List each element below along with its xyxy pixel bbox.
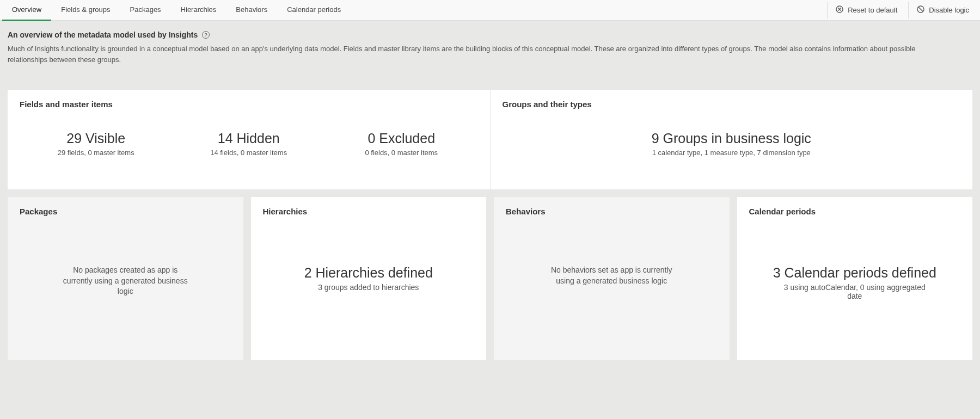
calendar-stat-main: 3 Calendar periods defined xyxy=(773,265,936,281)
stat-hidden: 14 Hidden 14 fields, 0 master items xyxy=(173,131,326,157)
hierarchies-stat-sub: 3 groups added to hierarchies xyxy=(318,283,419,292)
disable-label: Disable logic xyxy=(929,6,969,14)
overview-description-text: Much of Insights functionality is ground… xyxy=(8,44,955,65)
tab-packages[interactable]: Packages xyxy=(120,0,171,21)
fields-master-items-section: Fields and master items 29 Visible 29 fi… xyxy=(8,90,490,189)
tab-fields-groups[interactable]: Fields & groups xyxy=(51,0,120,21)
reset-to-default-button[interactable]: Reset to default xyxy=(827,2,898,19)
behaviors-card[interactable]: Behaviors No behaviors set as app is cur… xyxy=(494,197,730,360)
disable-icon xyxy=(916,5,925,15)
calendar-card-title: Calendar periods xyxy=(749,207,961,216)
packages-empty-text: No packages created as app is currently … xyxy=(60,265,191,297)
behaviors-empty-text: No behaviors set as app is currently usi… xyxy=(546,265,677,286)
top-summary-card: Fields and master items 29 Visible 29 fi… xyxy=(8,90,972,189)
bottom-cards-row: Packages No packages created as app is c… xyxy=(8,197,972,360)
calendar-card-body: 3 Calendar periods defined 3 using autoC… xyxy=(749,238,961,300)
overview-title-text: An overview of the metadata model used b… xyxy=(8,30,198,39)
groups-types-section: Groups and their types 9 Groups in busin… xyxy=(490,90,973,189)
disable-logic-button[interactable]: Disable logic xyxy=(908,2,970,19)
tab-behaviors[interactable]: Behaviors xyxy=(226,0,277,21)
packages-card[interactable]: Packages No packages created as app is c… xyxy=(8,197,243,360)
packages-card-body: No packages created as app is currently … xyxy=(20,238,231,297)
tab-overview[interactable]: Overview xyxy=(2,0,51,21)
stat-visible: 29 Visible 29 fields, 0 master items xyxy=(20,131,173,157)
groups-stat-sub: 1 calendar type, 1 measure type, 7 dimen… xyxy=(503,149,961,157)
behaviors-card-body: No behaviors set as app is currently usi… xyxy=(506,238,718,286)
hierarchies-card[interactable]: Hierarchies 2 Hierarchies defined 3 grou… xyxy=(251,197,487,360)
tab-calendar-periods[interactable]: Calendar periods xyxy=(277,0,351,21)
reset-icon xyxy=(835,5,844,15)
stat-excluded-main: 0 Excluded xyxy=(325,131,478,146)
main-content: Fields and master items 29 Visible 29 fi… xyxy=(0,70,980,368)
groups-stat: 9 Groups in business logic 1 calendar ty… xyxy=(503,131,961,157)
hierarchies-card-body: 2 Hierarchies defined 3 groups added to … xyxy=(263,238,475,292)
fields-stats-row: 29 Visible 29 fields, 0 master items 14 … xyxy=(20,131,478,157)
help-icon[interactable]: ? xyxy=(202,31,210,39)
tab-actions: Reset to default Disable logic xyxy=(827,2,978,19)
overview-title-row: An overview of the metadata model used b… xyxy=(8,30,972,39)
stat-hidden-main: 14 Hidden xyxy=(173,131,326,146)
tab-bar: Overview Fields & groups Packages Hierar… xyxy=(0,0,980,21)
fields-section-title: Fields and master items xyxy=(20,100,478,109)
calendar-stat-sub: 3 using autoCalendar, 0 using aggregated… xyxy=(784,283,926,300)
hierarchies-stat-main: 2 Hierarchies defined xyxy=(304,265,433,281)
calendar-periods-card[interactable]: Calendar periods 3 Calendar periods defi… xyxy=(737,197,973,360)
stat-visible-sub: 29 fields, 0 master items xyxy=(20,149,173,157)
packages-card-title: Packages xyxy=(20,207,231,216)
stat-excluded: 0 Excluded 0 fields, 0 master items xyxy=(325,131,478,157)
stat-excluded-sub: 0 fields, 0 master items xyxy=(325,149,478,157)
groups-stat-main: 9 Groups in business logic xyxy=(503,131,961,146)
groups-section-title: Groups and their types xyxy=(503,100,961,109)
behaviors-card-title: Behaviors xyxy=(506,207,718,216)
hierarchies-card-title: Hierarchies xyxy=(263,207,475,216)
stat-visible-main: 29 Visible xyxy=(20,131,173,146)
stat-hidden-sub: 14 fields, 0 master items xyxy=(173,149,326,157)
overview-description-block: An overview of the metadata model used b… xyxy=(0,21,980,70)
tab-hierarchies[interactable]: Hierarchies xyxy=(171,0,226,21)
reset-label: Reset to default xyxy=(848,6,897,14)
tabs-container: Overview Fields & groups Packages Hierar… xyxy=(2,0,827,21)
